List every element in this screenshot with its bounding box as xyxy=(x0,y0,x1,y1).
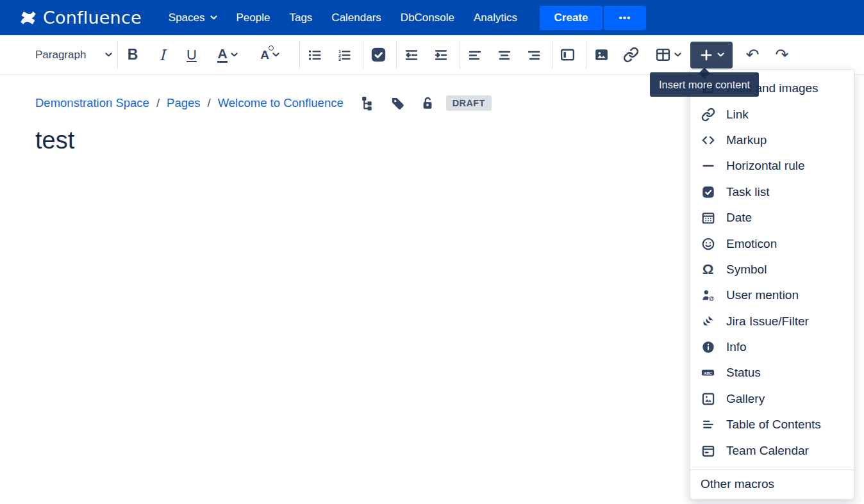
chevron-down-icon xyxy=(105,53,112,57)
omega-symbol-icon: Ω xyxy=(701,262,715,277)
align-right-button[interactable] xyxy=(519,42,549,69)
italic-button[interactable]: I xyxy=(147,42,177,69)
insert-table-button[interactable] xyxy=(645,42,690,69)
insert-menu-item-team-calendar[interactable]: Team Calendar xyxy=(690,437,854,463)
outdent-icon xyxy=(404,47,419,63)
page-layout-icon xyxy=(560,47,576,63)
bullet-list-button[interactable] xyxy=(300,42,329,69)
outdent-button[interactable] xyxy=(397,42,426,69)
bullet-list-icon xyxy=(307,47,322,63)
indent-button[interactable] xyxy=(426,42,456,69)
link-icon xyxy=(701,107,715,122)
page-title[interactable]: test xyxy=(35,127,74,154)
team-calendar-icon xyxy=(701,443,715,458)
text-color-icon: A xyxy=(217,47,227,63)
insert-menu-item-emoticon[interactable]: Emoticon xyxy=(690,231,854,256)
nav-item-calendars[interactable]: Calendars xyxy=(322,0,391,35)
insert-menu-item-table-of-contents[interactable]: Table of Contents xyxy=(690,412,854,437)
header-more-button[interactable]: ••• xyxy=(604,6,646,30)
align-center-button[interactable] xyxy=(490,42,519,69)
breadcrumb-separator: / xyxy=(156,96,160,110)
nav-item-spaces[interactable]: Spaces xyxy=(159,0,227,35)
insert-menu-item-link[interactable]: Link xyxy=(690,101,854,127)
svg-text:3: 3 xyxy=(338,56,341,61)
calendar-date-icon xyxy=(701,211,715,225)
insert-menu-item-gallery[interactable]: Gallery xyxy=(690,386,854,412)
chevron-down-icon xyxy=(674,53,681,57)
nav-item-dbconsole[interactable]: DbConsole xyxy=(391,0,464,35)
top-navigation: Spaces People Tags Calendars DbConsole A… xyxy=(159,0,527,35)
breadcrumb-pages-link[interactable]: Pages xyxy=(167,96,200,110)
nav-item-tags[interactable]: Tags xyxy=(279,0,322,35)
insert-more-content-button[interactable] xyxy=(690,42,733,69)
jira-logo-icon xyxy=(701,314,715,329)
page-meta-icons xyxy=(361,96,435,111)
confluence-editor-page: Confluence Spaces People Tags Calendars … xyxy=(0,0,864,504)
nav-item-analytics[interactable]: Analytics xyxy=(464,0,527,35)
chevron-down-icon xyxy=(272,53,279,57)
underline-button[interactable]: U xyxy=(177,42,206,69)
align-left-button[interactable] xyxy=(460,42,490,69)
ellipsis-icon: ••• xyxy=(619,12,631,23)
insert-menu-item-info[interactable]: Info xyxy=(690,334,854,360)
insert-link-button[interactable] xyxy=(616,42,645,69)
create-button[interactable]: Create xyxy=(540,6,602,30)
breadcrumb: Demonstration Space / Pages / Welcome to… xyxy=(35,95,492,111)
user-mention-icon: @ xyxy=(701,288,715,303)
image-icon xyxy=(594,47,610,63)
insert-menu-item-date[interactable]: Date xyxy=(690,205,854,231)
redo-button[interactable]: ↷ xyxy=(767,42,797,69)
table-of-contents-icon xyxy=(701,418,715,432)
confluence-logo[interactable]: Confluence xyxy=(19,8,142,28)
table-icon xyxy=(655,47,671,63)
indent-icon xyxy=(433,47,449,63)
numbered-list-icon: 123 xyxy=(336,47,352,63)
gallery-icon xyxy=(701,391,715,406)
insert-more-content-tooltip: Insert more content xyxy=(650,72,759,97)
label-tag-icon[interactable] xyxy=(390,96,405,111)
align-left-icon xyxy=(467,47,483,63)
undo-icon: ↶ xyxy=(746,47,760,63)
horizontal-rule-icon xyxy=(701,159,715,174)
insert-menu-item-status[interactable]: ABC Status xyxy=(690,360,854,386)
breadcrumb-separator: / xyxy=(208,96,211,110)
text-color-button[interactable]: A xyxy=(206,42,249,69)
page-tree-icon[interactable] xyxy=(361,96,375,111)
task-list-icon xyxy=(370,46,387,63)
code-markup-icon xyxy=(701,133,715,147)
insert-menu-item-task-list[interactable]: Task list xyxy=(690,179,854,205)
info-icon xyxy=(701,340,715,355)
unlock-icon[interactable] xyxy=(420,96,435,111)
other-macros-item[interactable]: Other macros xyxy=(690,469,854,499)
insert-menu-item-user-mention[interactable]: @ User mention xyxy=(690,282,854,308)
svg-text:ABC: ABC xyxy=(704,371,711,375)
task-list-button[interactable] xyxy=(363,42,393,69)
link-icon xyxy=(623,47,639,63)
align-right-icon xyxy=(526,47,542,63)
svg-text:@: @ xyxy=(708,295,713,302)
paragraph-style-dropdown[interactable]: Paragraph xyxy=(35,49,112,61)
plus-icon xyxy=(699,47,714,63)
emoticon-smiley-icon xyxy=(701,236,715,251)
page-layout-button[interactable] xyxy=(552,42,582,69)
status-lozenge-icon: ABC xyxy=(701,366,715,380)
chevron-down-icon xyxy=(210,15,217,20)
confluence-logo-icon xyxy=(19,9,37,27)
insert-image-button[interactable] xyxy=(586,42,616,69)
more-text-styles-button[interactable]: A xyxy=(249,42,291,69)
nav-item-people[interactable]: People xyxy=(227,0,280,35)
app-header: Confluence Spaces People Tags Calendars … xyxy=(0,0,864,35)
insert-menu-item-jira-issue-filter[interactable]: Jira Issue/Filter xyxy=(690,309,854,334)
insert-menu-item-horizontal-rule[interactable]: Horizontal rule xyxy=(690,153,854,179)
chevron-down-icon xyxy=(231,53,238,57)
breadcrumb-space-link[interactable]: Demonstration Space xyxy=(35,96,149,110)
undo-button[interactable]: ↶ xyxy=(738,42,767,69)
breadcrumb-page-link[interactable]: Welcome to Confluence xyxy=(218,96,344,110)
insert-more-content-menu: Files and images Link Markup Horizontal … xyxy=(690,69,854,500)
redo-icon: ↷ xyxy=(776,47,789,63)
bold-button[interactable]: B xyxy=(118,42,147,69)
task-list-icon xyxy=(701,184,715,199)
numbered-list-button[interactable]: 123 xyxy=(329,42,359,69)
insert-menu-item-markup[interactable]: Markup xyxy=(690,127,854,153)
insert-menu-item-symbol[interactable]: Ω Symbol xyxy=(690,257,854,282)
